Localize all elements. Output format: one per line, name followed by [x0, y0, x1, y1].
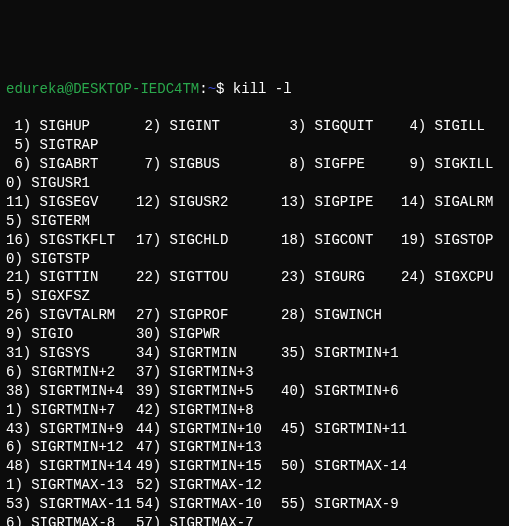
- signal-entry: 6) SIGRTMIN+2: [6, 363, 136, 382]
- signal-row: 5) SIGTERM: [6, 212, 503, 231]
- signal-entry: 39) SIGRTMIN+5: [136, 382, 281, 401]
- signal-entry: 1) SIGRTMIN+7: [6, 401, 136, 420]
- signal-entry: 11) SIGSEGV: [6, 193, 136, 212]
- signal-entry: 43) SIGRTMIN+9: [6, 420, 136, 439]
- signal-entry: 6) SIGABRT: [6, 155, 136, 174]
- signal-row: 26) SIGVTALRM27) SIGPROF28) SIGWINCH: [6, 306, 503, 325]
- signal-entry: 24) SIGXCPU: [401, 268, 493, 287]
- kill-output: 1) SIGHUP 2) SIGINT 3) SIGQUIT 4) SIGILL…: [6, 117, 503, 526]
- colon: :: [199, 81, 207, 97]
- signal-entry: 55) SIGRTMAX-9: [281, 495, 401, 514]
- signal-entry: 35) SIGRTMIN+1: [281, 344, 401, 363]
- signal-entry: 38) SIGRTMIN+4: [6, 382, 136, 401]
- signal-entry: 45) SIGRTMIN+11: [281, 420, 401, 439]
- signal-row: 0) SIGTSTP: [6, 250, 503, 269]
- signal-entry: 17) SIGCHLD: [136, 231, 281, 250]
- signal-entry: 28) SIGWINCH: [281, 306, 401, 325]
- signal-entry: 30) SIGPWR: [136, 325, 281, 344]
- signal-entry: 40) SIGRTMIN+6: [281, 382, 401, 401]
- signal-row: 31) SIGSYS34) SIGRTMIN35) SIGRTMIN+1: [6, 344, 503, 363]
- prompt-line[interactable]: edureka@DESKTOP-IEDC4TM:~$ kill -l: [6, 80, 503, 99]
- cwd-path: ~: [208, 81, 216, 97]
- signal-entry: 2) SIGINT: [136, 117, 281, 136]
- signal-entry: 0) SIGTSTP: [6, 250, 136, 269]
- signal-row: 43) SIGRTMIN+944) SIGRTMIN+1045) SIGRTMI…: [6, 420, 503, 439]
- signal-row: 6) SIGRTMIN+1247) SIGRTMIN+13: [6, 438, 503, 457]
- signal-entry: 27) SIGPROF: [136, 306, 281, 325]
- signal-row: 48) SIGRTMIN+1449) SIGRTMIN+1550) SIGRTM…: [6, 457, 503, 476]
- signal-entry: 14) SIGALRM: [401, 193, 493, 212]
- signal-row: 1) SIGRTMAX-1352) SIGRTMAX-12: [6, 476, 503, 495]
- signal-entry: 6) SIGRTMAX-8: [6, 514, 136, 526]
- signal-entry: 1) SIGHUP: [6, 117, 136, 136]
- signal-entry: 31) SIGSYS: [6, 344, 136, 363]
- signal-entry: 12) SIGUSR2: [136, 193, 281, 212]
- signal-row: 6) SIGABRT 7) SIGBUS 8) SIGFPE 9) SIGKIL…: [6, 155, 503, 174]
- signal-entry: 5) SIGXFSZ: [6, 287, 136, 306]
- signal-entry: 48) SIGRTMIN+14: [6, 457, 136, 476]
- signal-entry: 5) SIGTRAP: [6, 136, 136, 155]
- signal-entry: 53) SIGRTMAX-11: [6, 495, 136, 514]
- signal-row: 5) SIGXFSZ: [6, 287, 503, 306]
- signal-entry: 16) SIGSTKFLT: [6, 231, 136, 250]
- signal-row: 1) SIGRTMIN+742) SIGRTMIN+8: [6, 401, 503, 420]
- signal-row: 6) SIGRTMIN+237) SIGRTMIN+3: [6, 363, 503, 382]
- signal-entry: 18) SIGCONT: [281, 231, 401, 250]
- signal-entry: 9) SIGIO: [6, 325, 136, 344]
- signal-row: 11) SIGSEGV12) SIGUSR213) SIGPIPE14) SIG…: [6, 193, 503, 212]
- user-host: edureka@DESKTOP-IEDC4TM: [6, 81, 199, 97]
- signal-row: 21) SIGTTIN22) SIGTTOU23) SIGURG24) SIGX…: [6, 268, 503, 287]
- signal-row: 6) SIGRTMAX-857) SIGRTMAX-7: [6, 514, 503, 526]
- cmd-symbol: $: [216, 81, 233, 97]
- signal-entry: 34) SIGRTMIN: [136, 344, 281, 363]
- signal-entry: 21) SIGTTIN: [6, 268, 136, 287]
- signal-entry: 1) SIGRTMAX-13: [6, 476, 136, 495]
- signal-entry: 22) SIGTTOU: [136, 268, 281, 287]
- signal-entry: 26) SIGVTALRM: [6, 306, 136, 325]
- signal-entry: 49) SIGRTMIN+15: [136, 457, 281, 476]
- signal-entry: 50) SIGRTMAX-14: [281, 457, 401, 476]
- signal-entry: 4) SIGILL: [401, 117, 485, 136]
- command-text: kill -l: [233, 81, 292, 97]
- signal-entry: 44) SIGRTMIN+10: [136, 420, 281, 439]
- signal-entry: 8) SIGFPE: [281, 155, 401, 174]
- signal-row: 1) SIGHUP 2) SIGINT 3) SIGQUIT 4) SIGILL: [6, 117, 503, 136]
- signal-entry: 5) SIGTERM: [6, 212, 136, 231]
- signal-entry: 23) SIGURG: [281, 268, 401, 287]
- signal-entry: 3) SIGQUIT: [281, 117, 401, 136]
- signal-row: 16) SIGSTKFLT17) SIGCHLD18) SIGCONT19) S…: [6, 231, 503, 250]
- signal-entry: 7) SIGBUS: [136, 155, 281, 174]
- signal-entry: 0) SIGUSR1: [6, 174, 136, 193]
- signal-row: 53) SIGRTMAX-1154) SIGRTMAX-1055) SIGRTM…: [6, 495, 503, 514]
- signal-entry: 57) SIGRTMAX-7: [136, 514, 281, 526]
- signal-row: 9) SIGIO30) SIGPWR: [6, 325, 503, 344]
- signal-row: 5) SIGTRAP: [6, 136, 503, 155]
- signal-entry: 47) SIGRTMIN+13: [136, 438, 281, 457]
- signal-entry: 42) SIGRTMIN+8: [136, 401, 281, 420]
- signal-entry: 13) SIGPIPE: [281, 193, 401, 212]
- signal-entry: 37) SIGRTMIN+3: [136, 363, 281, 382]
- signal-entry: 9) SIGKILL: [401, 155, 493, 174]
- signal-entry: 54) SIGRTMAX-10: [136, 495, 281, 514]
- signal-row: 0) SIGUSR1: [6, 174, 503, 193]
- signal-entry: 19) SIGSTOP: [401, 231, 493, 250]
- signal-entry: 52) SIGRTMAX-12: [136, 476, 281, 495]
- signal-row: 38) SIGRTMIN+439) SIGRTMIN+540) SIGRTMIN…: [6, 382, 503, 401]
- signal-entry: 6) SIGRTMIN+12: [6, 438, 136, 457]
